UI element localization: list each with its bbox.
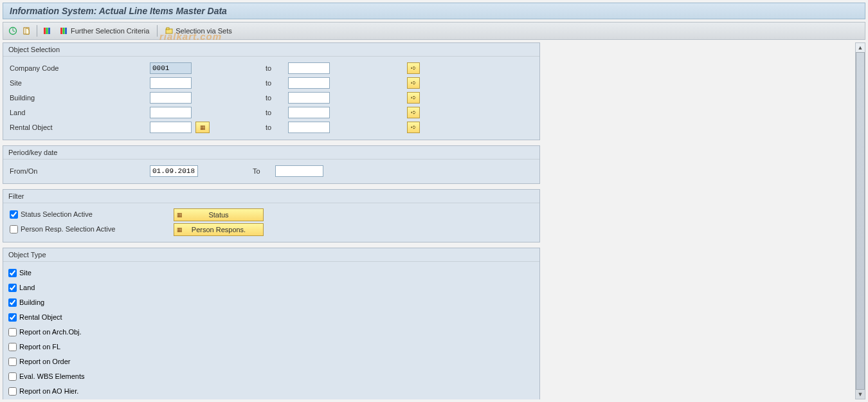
further-selection-label: Further Selection Criteria	[71, 27, 149, 35]
input-land-from[interactable]	[150, 107, 192, 118]
row-person-responsible: Person Resp. Selection Active ▦Person Re…	[8, 222, 534, 237]
input-building-from[interactable]	[150, 92, 192, 104]
scroll-down-icon[interactable]: ▼	[856, 390, 865, 399]
svg-rect-9	[65, 28, 67, 34]
checkbox-person-responsible[interactable]	[10, 225, 18, 233]
person-responsible-button[interactable]: ▦Person Respons.	[174, 223, 264, 236]
row-land: Land to	[8, 105, 534, 120]
expand-icon: ▦	[177, 226, 183, 233]
row-status-selection: Status Selection Active ▦Status	[8, 207, 534, 222]
main-panel: Object Selection Company Code to Site to	[3, 42, 855, 399]
input-rental-object-to[interactable]	[288, 122, 330, 133]
group-filter: Filter Status Selection Active ▦Status P…	[3, 189, 540, 242]
person-responsible-button-label: Person Respons.	[192, 226, 246, 233]
svg-rect-6	[48, 28, 50, 34]
toolbar: Further Selection Criteria Selection via…	[3, 22, 865, 40]
svg-rect-11	[167, 28, 169, 30]
status-button[interactable]: ▦Status	[174, 208, 264, 221]
input-rental-object-from[interactable]	[150, 122, 192, 133]
to-label: to	[266, 79, 288, 87]
execute-icon[interactable]	[7, 25, 19, 37]
checkbox-ao-hier[interactable]	[8, 387, 17, 396]
row-company-code: Company Code to	[8, 60, 534, 75]
row-ot-order: Report on Order	[8, 354, 534, 369]
label-ot-building: Building	[8, 298, 44, 307]
svg-rect-5	[46, 28, 48, 34]
helper-icon: ▦	[200, 124, 206, 131]
label-status-selection: Status Selection Active	[8, 210, 150, 219]
vertical-scrollbar[interactable]: ▲ ▼	[855, 42, 865, 399]
input-land-to[interactable]	[288, 107, 330, 118]
input-company-code-to[interactable]	[288, 62, 330, 74]
group-body-period: From/On To	[3, 160, 539, 183]
multiple-selection-rental-object[interactable]	[407, 122, 420, 133]
multiple-selection-site[interactable]	[407, 77, 420, 89]
multiple-selection-land[interactable]	[407, 107, 420, 118]
checkbox-fl-label: Report on FL	[19, 343, 60, 351]
label-person-responsible: Person Resp. Selection Active	[8, 225, 150, 234]
label-from-on: From/On	[8, 167, 150, 175]
scroll-up-icon[interactable]: ▲	[856, 43, 865, 52]
checkbox-wbs[interactable]	[8, 372, 17, 381]
multiple-selection-company-code[interactable]	[407, 62, 420, 74]
svg-rect-4	[44, 28, 46, 34]
input-site-from[interactable]	[150, 77, 192, 89]
checkbox-status-selection[interactable]	[10, 210, 18, 219]
further-selection-button[interactable]: Further Selection Criteria	[55, 25, 153, 37]
label-ot-site: Site	[8, 269, 32, 278]
group-body-object-selection: Company Code to Site to Building	[3, 57, 539, 140]
group-title-filter: Filter	[3, 190, 539, 203]
label-ot-rental: Rental Object	[8, 313, 62, 322]
input-building-to[interactable]	[288, 92, 330, 104]
label-ot-wbs: Eval. WBS Elements	[8, 372, 84, 381]
color-legend-icon[interactable]	[41, 25, 53, 37]
row-ot-arch: Report on Arch.Obj.	[8, 325, 534, 340]
checkbox-site[interactable]	[8, 269, 17, 277]
group-period: Period/key date From/On To	[3, 145, 540, 184]
to-label: to	[266, 94, 288, 102]
row-site: Site to	[8, 75, 534, 90]
checkbox-building-label: Building	[19, 298, 44, 306]
checkbox-arch-obj-label: Report on Arch.Obj.	[19, 328, 82, 336]
checkbox-building[interactable]	[8, 298, 17, 307]
label-land: Land	[8, 109, 150, 116]
label-rental-object: Rental Object	[8, 123, 150, 131]
to-label: to	[266, 123, 288, 131]
group-title-period: Period/key date	[3, 146, 539, 160]
row-building: Building to	[8, 90, 534, 105]
row-ot-building: Building	[8, 295, 534, 310]
label-ot-ao-hier: Report on AO Hier.	[8, 387, 78, 396]
row-from-on: From/On To	[8, 163, 534, 178]
to-label: to	[266, 109, 288, 116]
svg-rect-8	[63, 28, 65, 34]
label-ot-arch: Report on Arch.Obj.	[8, 328, 82, 337]
expand-icon: ▦	[177, 212, 183, 218]
input-to-date[interactable]	[275, 165, 323, 177]
rental-object-helper-button[interactable]: ▦	[195, 122, 210, 133]
checkbox-land-label: Land	[19, 284, 35, 291]
page-title: Information System: Actual Line Items Ma…	[10, 6, 227, 16]
variant-icon[interactable]	[21, 25, 33, 37]
checkbox-arch-obj[interactable]	[8, 328, 17, 336]
checkbox-fl[interactable]	[8, 343, 17, 351]
group-body-object-type: Site Land Building Rental Object Report …	[3, 262, 539, 399]
checkbox-order[interactable]	[8, 358, 17, 366]
title-bar: Information System: Actual Line Items Ma…	[3, 3, 865, 19]
toolbar-separator	[37, 25, 37, 37]
checkbox-land[interactable]	[8, 284, 17, 292]
label-ot-order: Report on Order	[8, 358, 70, 367]
svg-line-2	[13, 31, 15, 32]
content-area: Object Selection Company Code to Site to	[3, 42, 865, 399]
input-from-on[interactable]	[150, 165, 198, 177]
checkbox-rental-object[interactable]	[8, 313, 17, 322]
input-company-code-from[interactable]	[150, 62, 192, 74]
checkbox-site-label: Site	[19, 269, 32, 277]
multiple-selection-building[interactable]	[407, 92, 420, 104]
input-site-to[interactable]	[288, 77, 330, 89]
group-title-object-selection: Object Selection	[3, 43, 539, 57]
checkbox-wbs-label: Eval. WBS Elements	[19, 372, 84, 380]
label-to: To	[253, 167, 275, 175]
scrollbar-thumb[interactable]	[856, 52, 865, 390]
row-ot-wbs: Eval. WBS Elements	[8, 369, 534, 384]
row-ot-ao-hier: Report on AO Hier.	[8, 384, 534, 399]
